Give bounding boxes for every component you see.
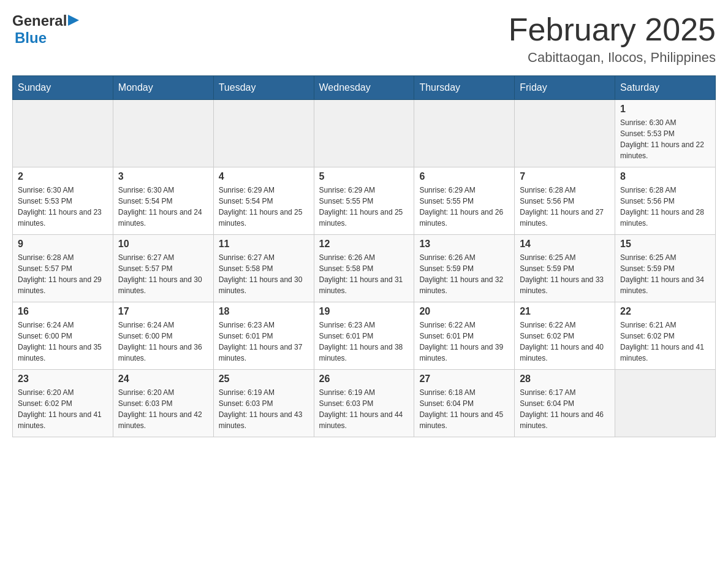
- day-number: 21: [520, 306, 610, 317]
- day-number: 1: [620, 104, 710, 115]
- table-row: 8Sunrise: 6:28 AM Sunset: 5:56 PM Daylig…: [615, 167, 716, 235]
- day-info: Sunrise: 6:28 AM Sunset: 5:56 PM Dayligh…: [520, 185, 610, 229]
- table-row: 20Sunrise: 6:22 AM Sunset: 6:01 PM Dayli…: [414, 302, 515, 370]
- day-number: 3: [118, 171, 208, 182]
- table-row: 28Sunrise: 6:17 AM Sunset: 6:04 PM Dayli…: [515, 370, 615, 437]
- table-row: 11Sunrise: 6:27 AM Sunset: 5:58 PM Dayli…: [213, 235, 314, 302]
- day-info: Sunrise: 6:27 AM Sunset: 5:57 PM Dayligh…: [118, 252, 208, 296]
- table-row: 6Sunrise: 6:29 AM Sunset: 5:55 PM Daylig…: [414, 167, 515, 235]
- day-info: Sunrise: 6:17 AM Sunset: 6:04 PM Dayligh…: [520, 387, 610, 431]
- day-number: 8: [620, 171, 710, 182]
- table-row: 1Sunrise: 6:30 AM Sunset: 5:53 PM Daylig…: [615, 100, 716, 167]
- table-row: 2Sunrise: 6:30 AM Sunset: 5:53 PM Daylig…: [13, 167, 113, 235]
- day-number: 24: [118, 373, 208, 385]
- day-info: Sunrise: 6:26 AM Sunset: 5:59 PM Dayligh…: [419, 252, 509, 296]
- day-info: Sunrise: 6:22 AM Sunset: 6:02 PM Dayligh…: [520, 320, 610, 364]
- day-info: Sunrise: 6:30 AM Sunset: 5:54 PM Dayligh…: [118, 185, 208, 229]
- day-info: Sunrise: 6:29 AM Sunset: 5:55 PM Dayligh…: [319, 185, 409, 229]
- day-number: 15: [620, 239, 710, 250]
- day-number: 2: [18, 171, 108, 182]
- page-header: General Blue February 2025 Cabittaogan, …: [12, 12, 716, 66]
- table-row: 5Sunrise: 6:29 AM Sunset: 5:55 PM Daylig…: [314, 167, 414, 235]
- day-info: Sunrise: 6:28 AM Sunset: 5:57 PM Dayligh…: [18, 252, 108, 296]
- calendar-week-row: 2Sunrise: 6:30 AM Sunset: 5:53 PM Daylig…: [13, 167, 716, 235]
- col-tuesday: Tuesday: [213, 76, 314, 100]
- day-info: Sunrise: 6:25 AM Sunset: 5:59 PM Dayligh…: [520, 252, 610, 296]
- day-info: Sunrise: 6:20 AM Sunset: 6:03 PM Dayligh…: [118, 387, 208, 431]
- day-info: Sunrise: 6:24 AM Sunset: 6:00 PM Dayligh…: [118, 320, 208, 364]
- calendar-table: Sunday Monday Tuesday Wednesday Thursday…: [12, 75, 716, 437]
- day-info: Sunrise: 6:23 AM Sunset: 6:01 PM Dayligh…: [319, 320, 409, 364]
- col-saturday: Saturday: [615, 76, 716, 100]
- logo-arrow-icon: [68, 15, 79, 28]
- table-row: 9Sunrise: 6:28 AM Sunset: 5:57 PM Daylig…: [13, 235, 113, 302]
- table-row: 18Sunrise: 6:23 AM Sunset: 6:01 PM Dayli…: [213, 302, 314, 370]
- table-row: 10Sunrise: 6:27 AM Sunset: 5:57 PM Dayli…: [113, 235, 213, 302]
- day-info: Sunrise: 6:19 AM Sunset: 6:03 PM Dayligh…: [219, 387, 309, 431]
- day-number: 9: [18, 239, 108, 250]
- logo-blue-text: Blue: [15, 29, 47, 47]
- table-row: 12Sunrise: 6:26 AM Sunset: 5:58 PM Dayli…: [314, 235, 414, 302]
- day-number: 18: [219, 306, 309, 317]
- calendar-week-row: 16Sunrise: 6:24 AM Sunset: 6:00 PM Dayli…: [13, 302, 716, 370]
- calendar-week-row: 9Sunrise: 6:28 AM Sunset: 5:57 PM Daylig…: [13, 235, 716, 302]
- table-row: 17Sunrise: 6:24 AM Sunset: 6:00 PM Dayli…: [113, 302, 213, 370]
- day-number: 22: [620, 306, 710, 317]
- day-number: 7: [520, 171, 610, 182]
- day-number: 6: [419, 171, 509, 182]
- logo: General Blue: [12, 12, 79, 47]
- table-row: 26Sunrise: 6:19 AM Sunset: 6:03 PM Dayli…: [314, 370, 414, 437]
- day-number: 14: [520, 239, 610, 250]
- table-row: [414, 100, 515, 167]
- col-wednesday: Wednesday: [314, 76, 414, 100]
- svg-marker-0: [68, 15, 79, 26]
- day-number: 10: [118, 239, 208, 250]
- table-row: 21Sunrise: 6:22 AM Sunset: 6:02 PM Dayli…: [515, 302, 615, 370]
- title-section: February 2025 Cabittaogan, Ilocos, Phili…: [509, 12, 716, 66]
- day-info: Sunrise: 6:24 AM Sunset: 6:00 PM Dayligh…: [18, 320, 108, 364]
- day-info: Sunrise: 6:30 AM Sunset: 5:53 PM Dayligh…: [18, 185, 108, 229]
- day-number: 20: [419, 306, 509, 317]
- day-number: 28: [520, 373, 610, 385]
- table-row: [615, 370, 716, 437]
- day-number: 17: [118, 306, 208, 317]
- day-number: 5: [319, 171, 409, 182]
- day-info: Sunrise: 6:30 AM Sunset: 5:53 PM Dayligh…: [620, 117, 710, 161]
- day-info: Sunrise: 6:19 AM Sunset: 6:03 PM Dayligh…: [319, 387, 409, 431]
- day-info: Sunrise: 6:22 AM Sunset: 6:01 PM Dayligh…: [419, 320, 509, 364]
- day-number: 16: [18, 306, 108, 317]
- table-row: 14Sunrise: 6:25 AM Sunset: 5:59 PM Dayli…: [515, 235, 615, 302]
- day-info: Sunrise: 6:18 AM Sunset: 6:04 PM Dayligh…: [419, 387, 509, 431]
- col-monday: Monday: [113, 76, 213, 100]
- table-row: [515, 100, 615, 167]
- day-number: 23: [18, 373, 108, 385]
- table-row: 13Sunrise: 6:26 AM Sunset: 5:59 PM Dayli…: [414, 235, 515, 302]
- day-info: Sunrise: 6:28 AM Sunset: 5:56 PM Dayligh…: [620, 185, 710, 229]
- day-info: Sunrise: 6:27 AM Sunset: 5:58 PM Dayligh…: [219, 252, 309, 296]
- table-row: 4Sunrise: 6:29 AM Sunset: 5:54 PM Daylig…: [213, 167, 314, 235]
- table-row: 23Sunrise: 6:20 AM Sunset: 6:02 PM Dayli…: [13, 370, 113, 437]
- table-row: [13, 100, 113, 167]
- day-info: Sunrise: 6:25 AM Sunset: 5:59 PM Dayligh…: [620, 252, 710, 296]
- table-row: 16Sunrise: 6:24 AM Sunset: 6:00 PM Dayli…: [13, 302, 113, 370]
- table-row: 7Sunrise: 6:28 AM Sunset: 5:56 PM Daylig…: [515, 167, 615, 235]
- day-info: Sunrise: 6:29 AM Sunset: 5:54 PM Dayligh…: [219, 185, 309, 229]
- day-number: 12: [319, 239, 409, 250]
- day-info: Sunrise: 6:26 AM Sunset: 5:58 PM Dayligh…: [319, 252, 409, 296]
- calendar-week-row: 23Sunrise: 6:20 AM Sunset: 6:02 PM Dayli…: [13, 370, 716, 437]
- day-number: 11: [219, 239, 309, 250]
- table-row: 15Sunrise: 6:25 AM Sunset: 5:59 PM Dayli…: [615, 235, 716, 302]
- day-number: 25: [219, 373, 309, 385]
- col-thursday: Thursday: [414, 76, 515, 100]
- col-friday: Friday: [515, 76, 615, 100]
- table-row: 27Sunrise: 6:18 AM Sunset: 6:04 PM Dayli…: [414, 370, 515, 437]
- calendar-header-row: Sunday Monday Tuesday Wednesday Thursday…: [13, 76, 716, 100]
- month-title: February 2025: [509, 12, 716, 47]
- table-row: 25Sunrise: 6:19 AM Sunset: 6:03 PM Dayli…: [213, 370, 314, 437]
- day-number: 26: [319, 373, 409, 385]
- location-subtitle: Cabittaogan, Ilocos, Philippines: [509, 50, 716, 66]
- table-row: [113, 100, 213, 167]
- day-number: 27: [419, 373, 509, 385]
- table-row: 19Sunrise: 6:23 AM Sunset: 6:01 PM Dayli…: [314, 302, 414, 370]
- col-sunday: Sunday: [13, 76, 113, 100]
